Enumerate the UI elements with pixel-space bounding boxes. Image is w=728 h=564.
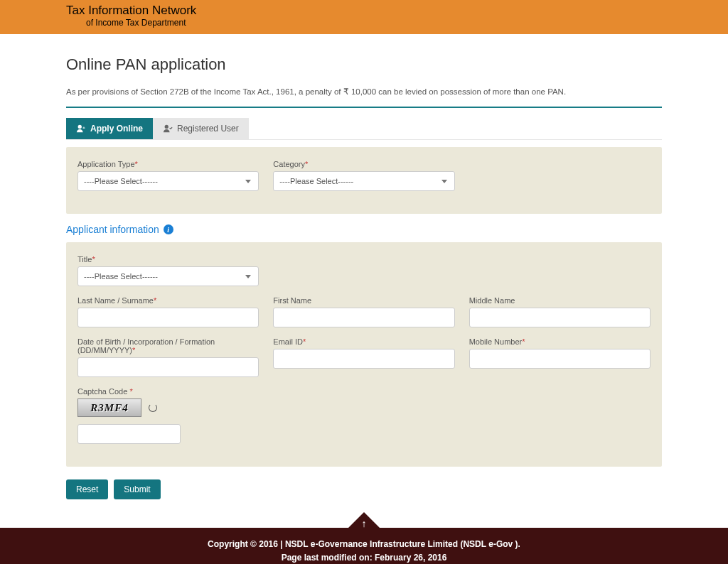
footer-modified: Page last modified on: February 26, 2016 xyxy=(0,551,728,564)
captcha-label: Captcha Code * xyxy=(77,387,259,396)
header-title: Tax Information Network xyxy=(66,4,662,18)
divider xyxy=(66,107,662,108)
tabs: Apply Online Registered User xyxy=(66,118,662,140)
dob-input[interactable] xyxy=(77,357,259,377)
applicant-info-section: Title* ----Please Select------ Last Name… xyxy=(66,242,662,467)
button-row: Reset Submit xyxy=(66,479,662,499)
tab-registered-label: Registered User xyxy=(177,124,239,134)
svg-point-0 xyxy=(78,125,82,129)
category-label: Category* xyxy=(273,160,454,168)
title-label: Title* xyxy=(77,255,259,264)
title-select[interactable]: ----Please Select------ xyxy=(77,266,259,286)
first-name-input[interactable] xyxy=(273,308,454,327)
application-type-section: Application Type* ----Please Select-----… xyxy=(66,147,662,214)
email-label: Email ID* xyxy=(273,337,454,346)
person-check-icon xyxy=(163,124,173,134)
applicant-info-heading: Applicant information i xyxy=(66,224,662,235)
reset-button[interactable]: Reset xyxy=(66,479,108,499)
footer-copyright: Copyright © 2016 | NSDL e-Governance Inf… xyxy=(0,538,728,551)
page-title: Online PAN application xyxy=(66,55,662,74)
refresh-icon[interactable] xyxy=(149,403,157,412)
mobile-label: Mobile Number* xyxy=(469,337,651,346)
person-plus-icon xyxy=(76,124,86,134)
info-icon[interactable]: i xyxy=(164,224,173,234)
category-select[interactable]: ----Please Select------ xyxy=(273,171,454,191)
first-name-label: First Name xyxy=(273,296,454,305)
application-type-select[interactable]: ----Please Select------ xyxy=(77,171,259,191)
middle-name-label: Middle Name xyxy=(469,296,651,305)
captcha-image: R3MF4 xyxy=(77,398,141,417)
header-bar: Tax Information Network of Income Tax De… xyxy=(0,0,728,34)
mobile-input[interactable] xyxy=(469,349,651,369)
tab-apply-label: Apply Online xyxy=(90,124,143,134)
footer: Copyright © 2016 | NSDL e-Governance Inf… xyxy=(0,528,728,564)
captcha-input[interactable] xyxy=(77,424,181,444)
application-type-label: Application Type* xyxy=(77,160,259,168)
penalty-notice: As per provisions of Section 272B of the… xyxy=(66,87,662,97)
scroll-top-button[interactable] xyxy=(348,512,380,528)
submit-button[interactable]: Submit xyxy=(114,479,160,499)
last-name-input[interactable] xyxy=(77,308,259,327)
email-input[interactable] xyxy=(273,349,454,369)
tab-registered-user[interactable]: Registered User xyxy=(153,118,249,139)
middle-name-input[interactable] xyxy=(469,308,651,327)
tab-apply-online[interactable]: Apply Online xyxy=(66,118,153,139)
dob-label: Date of Birth / Incorporation / Formatio… xyxy=(77,337,259,354)
header-subtitle: of Income Tax Department xyxy=(66,18,662,28)
svg-point-1 xyxy=(165,125,168,129)
last-name-label: Last Name / Surname* xyxy=(77,296,259,305)
